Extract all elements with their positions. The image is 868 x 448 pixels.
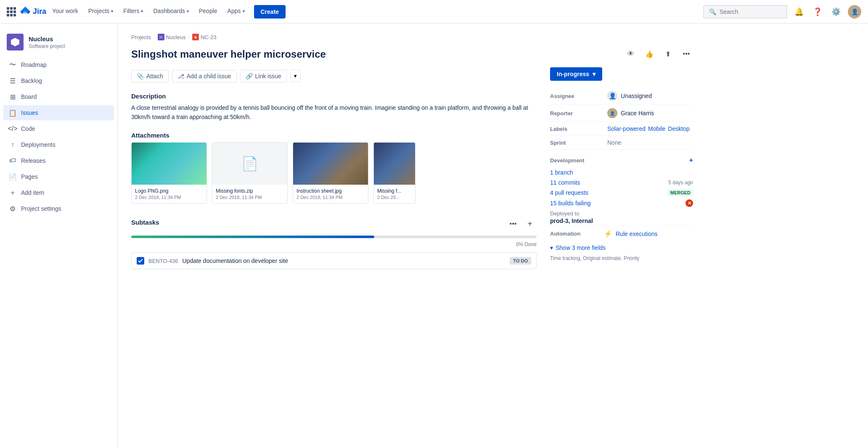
backlog-icon: ☰ bbox=[8, 77, 17, 85]
projects-nav[interactable]: Projects▾ bbox=[84, 0, 118, 24]
reporter-value[interactable]: Grace Harris bbox=[621, 110, 654, 117]
search-input[interactable] bbox=[720, 8, 778, 15]
label-mobile[interactable]: Mobile bbox=[648, 125, 665, 132]
project-icon bbox=[7, 34, 24, 50]
board-icon: ⊞ bbox=[8, 93, 17, 101]
attachment-4[interactable]: Missing f... 2 Dec 20... bbox=[373, 142, 415, 204]
nucleus-bc-icon: N Nucleus bbox=[158, 34, 186, 40]
sprint-value[interactable]: None bbox=[607, 139, 693, 146]
dashboards-nav[interactable]: Dashboards▾ bbox=[149, 0, 193, 24]
label-solar[interactable]: Solar-powered bbox=[607, 125, 646, 132]
people-nav[interactable]: People bbox=[195, 0, 222, 24]
subtasks-more-button[interactable]: ••• bbox=[506, 217, 520, 231]
search-icon: 🔍 bbox=[709, 8, 716, 15]
reporter-field: Reporter 👤 Grace Harris bbox=[550, 105, 693, 122]
assignee-value[interactable]: Unassigned bbox=[621, 93, 652, 99]
more-actions-dropdown[interactable]: ▾ bbox=[290, 70, 301, 82]
development-add-button[interactable]: + bbox=[689, 156, 693, 164]
sidebar-item-code[interactable]: </> Code bbox=[3, 121, 114, 136]
progress-bar-container bbox=[131, 236, 537, 238]
project-settings-icon: ⚙ bbox=[8, 204, 17, 213]
fields-section: Assignee 👤 Unassigned Reporter 👤 Grace H… bbox=[550, 87, 693, 261]
pages-icon: 📄 bbox=[8, 172, 17, 181]
filters-nav[interactable]: Filters▾ bbox=[119, 0, 147, 24]
notifications-icon[interactable]: 🔔 bbox=[792, 5, 806, 19]
two-column-layout: Slingshot maneuver helper microservice 📎… bbox=[131, 47, 693, 272]
attachments-heading: Attachments bbox=[131, 132, 537, 139]
jira-logo[interactable]: Jira bbox=[19, 6, 46, 18]
more-button[interactable]: ••• bbox=[680, 47, 693, 61]
sidebar-item-releases[interactable]: 🏷 Releases bbox=[3, 153, 114, 168]
development-label: Development bbox=[550, 157, 585, 164]
breadcrumb-issue[interactable]: NC-23 bbox=[201, 34, 217, 40]
subtask-name: Update documentation on developer site bbox=[183, 257, 288, 264]
status-button[interactable]: In-progress ▾ bbox=[550, 67, 602, 81]
settings-icon[interactable]: ⚙️ bbox=[829, 5, 843, 19]
subtasks-heading: Subtasks bbox=[131, 219, 159, 226]
attachment-2[interactable]: 📄 Missing fonts.zip 2 Dec 2018, 11:34 PM bbox=[212, 142, 288, 204]
subtask-checkbox[interactable] bbox=[137, 257, 144, 265]
fail-badge: ✕ bbox=[685, 199, 693, 207]
deployed-value: prod-3, Internal bbox=[550, 217, 693, 224]
sidebar-item-issues[interactable]: 📋 Issues bbox=[3, 105, 114, 120]
show-more-button[interactable]: ▾ Show 3 more fields bbox=[550, 241, 693, 254]
commits-link[interactable]: 11 commits bbox=[550, 179, 580, 186]
file-icon: 📄 bbox=[241, 156, 258, 172]
pull-requests-link[interactable]: 4 pull requests bbox=[550, 189, 588, 196]
deployed-section: Deployed to prod-3, Internal bbox=[550, 209, 693, 226]
sidebar-item-backlog[interactable]: ☰ Backlog bbox=[3, 73, 114, 88]
dev-commits[interactable]: 11 commits 5 days ago bbox=[550, 178, 693, 188]
dev-pull-requests[interactable]: 4 pull requests MERGED bbox=[550, 188, 693, 198]
subtask-item[interactable]: BENTO-436 Update documentation on develo… bbox=[131, 252, 537, 269]
attach-button[interactable]: 📎 Attach bbox=[131, 70, 169, 82]
label-desktop[interactable]: Desktop bbox=[668, 125, 689, 132]
apps-grid-icon[interactable] bbox=[7, 7, 16, 16]
sidebar-item-project-settings[interactable]: ⚙ Project settings bbox=[3, 201, 114, 216]
dev-builds[interactable]: 15 builds failing ✕ bbox=[550, 198, 693, 209]
create-button[interactable]: Create bbox=[254, 5, 286, 19]
action-buttons: 📎 Attach ⎇ Add a child issue 🔗 Link issu… bbox=[131, 70, 537, 82]
sidebar-item-roadmap[interactable]: 〜 Roadmap bbox=[3, 57, 114, 72]
rule-executions-link[interactable]: Rule executions bbox=[616, 231, 658, 237]
watch-button[interactable]: 👁 bbox=[624, 47, 638, 61]
show-more-section: ▾ Show 3 more fields Time tracking, Orig… bbox=[550, 241, 693, 261]
apps-nav[interactable]: Apps▾ bbox=[223, 0, 249, 24]
builds-link[interactable]: 15 builds failing bbox=[550, 200, 591, 207]
breadcrumb-nucleus[interactable]: Nucleus bbox=[166, 34, 186, 40]
automation-section: Automation ⚡ Rule executions bbox=[550, 226, 693, 241]
project-type: Software project bbox=[29, 43, 65, 49]
attachment-date-3: 2 Dec 2018, 11:34 PM bbox=[296, 195, 365, 200]
labels-values: Solar-powered Mobile Desktop bbox=[607, 125, 693, 132]
sprint-label: Sprint bbox=[550, 140, 601, 146]
add-child-issue-button[interactable]: ⎇ Add a child issue bbox=[172, 70, 237, 82]
sidebar-item-board[interactable]: ⊞ Board bbox=[3, 89, 114, 104]
subtasks-add-button[interactable]: + bbox=[523, 217, 537, 231]
releases-icon: 🏷 bbox=[8, 156, 17, 165]
attachment-1[interactable]: Logo PNG.png 2 Dec 2018, 11:34 PM bbox=[131, 142, 207, 204]
vote-button[interactable]: 👍 bbox=[643, 47, 656, 61]
attachment-date-1: 2 Dec 2018, 11:34 PM bbox=[135, 195, 203, 200]
branch-link[interactable]: 1 branch bbox=[550, 169, 573, 176]
user-avatar[interactable]: 👤 bbox=[848, 5, 861, 19]
issue-right-column: 👁 👍 ⬆ ••• In-progress ▾ bbox=[550, 47, 693, 261]
assignee-field: Assignee 👤 Unassigned bbox=[550, 87, 693, 105]
chevron-down-icon: ▾ bbox=[550, 244, 553, 251]
labels-field: Labels Solar-powered Mobile Desktop bbox=[550, 122, 693, 136]
sidebar-item-deployments[interactable]: ↑ Deployments bbox=[3, 137, 114, 152]
help-icon[interactable]: ❓ bbox=[811, 5, 824, 19]
dev-branch[interactable]: 1 branch bbox=[550, 167, 693, 178]
your-work-nav[interactable]: Your work bbox=[48, 0, 82, 24]
sprint-field: Sprint None bbox=[550, 136, 693, 150]
attachment-name-2: Missing fonts.zip bbox=[216, 188, 284, 194]
attachment-3[interactable]: Instruction sheet.jpg 2 Dec 2018, 11:34 … bbox=[293, 142, 368, 204]
breadcrumb-projects[interactable]: Projects bbox=[131, 34, 151, 40]
share-button[interactable]: ⬆ bbox=[661, 47, 675, 61]
labels-label: Labels bbox=[550, 126, 601, 132]
link-issue-button[interactable]: 🔗 Link issue bbox=[240, 70, 287, 82]
sidebar-item-add-item[interactable]: ＋ Add item bbox=[3, 185, 114, 200]
code-icon: </> bbox=[8, 125, 17, 133]
sidebar-item-pages[interactable]: 📄 Pages bbox=[3, 169, 114, 184]
attachment-date-2: 2 Dec 2018, 11:34 PM bbox=[216, 195, 284, 200]
search-bar[interactable]: 🔍 bbox=[703, 5, 787, 19]
attachment-name-1: Logo PNG.png bbox=[135, 188, 203, 194]
